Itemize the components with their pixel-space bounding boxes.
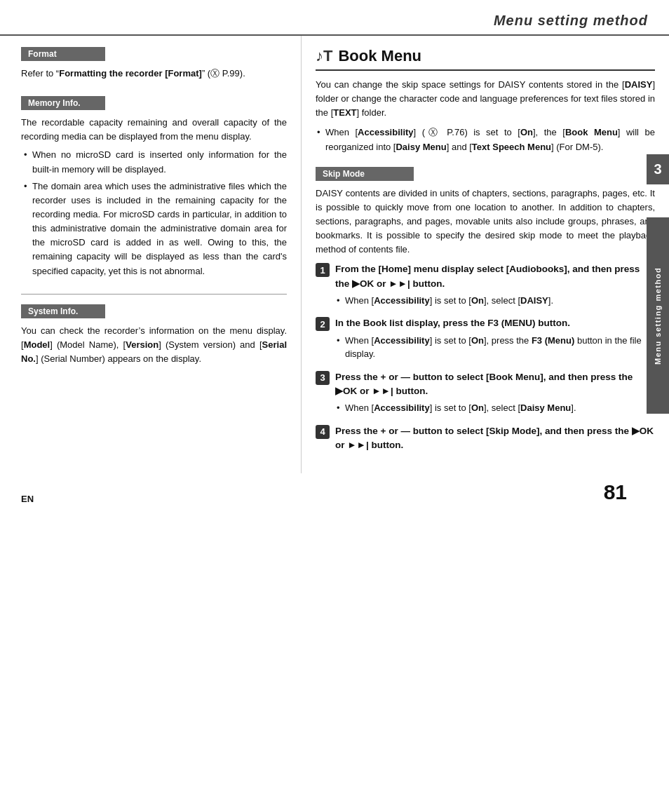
step-3-note-1: When [Accessibility] is set to [On], sel… <box>335 401 655 415</box>
sidebar-tab-text: Menu setting method <box>654 266 662 364</box>
memory-info-section: Memory Info. The recordable capacity rem… <box>21 96 287 278</box>
format-label: Format <box>21 47 287 67</box>
memory-info-bullet-2: The domain area which uses the administr… <box>21 180 287 278</box>
format-bar: Format <box>21 47 105 61</box>
book-menu-title: Book Menu <box>338 47 421 65</box>
step-1-content: From the [Home] menu display select [Aud… <box>335 262 655 309</box>
step-3-num: 3 <box>316 371 330 385</box>
memory-info-label: Memory Info. <box>21 96 287 116</box>
system-info-bar: System Info. <box>21 304 105 318</box>
divider <box>21 294 287 295</box>
step-3-content: Press the + or — button to select [Book … <box>335 370 655 417</box>
skip-mode-bar: Skip Mode <box>316 167 414 181</box>
page-title: Menu setting method <box>21 13 648 29</box>
step-3-main: Press the + or — button to select [Book … <box>335 370 655 399</box>
step-1-note-1: When [Accessibility] is set to [On], sel… <box>335 294 655 308</box>
book-menu-icon: ♪T <box>316 47 332 65</box>
step-1: 1 From the [Home] menu display select [A… <box>316 262 655 309</box>
system-info-text: You can check the recorder’s information… <box>21 324 287 366</box>
step-4-content: Press the + or — button to select [Skip … <box>335 424 655 456</box>
step-4: 4 Press the + or — button to select [Ski… <box>316 424 655 456</box>
footer-en-label: EN <box>21 494 34 504</box>
book-menu-note: When [Accessibility] (Ⓧ P.76) is set to … <box>316 126 655 154</box>
right-column: ♪T Book Menu You can change the skip spa… <box>302 36 669 473</box>
system-info-label: System Info. <box>21 304 287 324</box>
chapter-number: 3 <box>647 154 669 184</box>
memory-info-text: The recordable capacity remaining and ov… <box>21 116 287 144</box>
page-footer: EN 81 <box>0 473 669 518</box>
footer-page-number: 81 <box>604 480 627 504</box>
step-2-main: In the Book list display, press the F3 (… <box>335 316 655 330</box>
left-column: Format Refer to “Formatting the recorder… <box>0 36 302 473</box>
step-1-num: 1 <box>316 263 330 277</box>
sidebar-tab: Menu setting method <box>647 217 669 414</box>
skip-mode-text: DAISY contents are divided in units of c… <box>316 187 655 257</box>
step-4-main: Press the + or — button to select [Skip … <box>335 424 655 453</box>
step-3: 3 Press the + or — button to select [Boo… <box>316 370 655 417</box>
memory-info-bar: Memory Info. <box>21 96 105 110</box>
step-4-num: 4 <box>316 425 330 439</box>
step-1-main: From the [Home] menu display select [Aud… <box>335 262 655 291</box>
page-header: Menu setting method <box>0 0 669 36</box>
step-2-content: In the Book list display, press the F3 (… <box>335 316 655 363</box>
format-section: Format Refer to “Formatting the recorder… <box>21 47 287 81</box>
skip-mode-label: Skip Mode <box>316 158 655 187</box>
steps-container: 1 From the [Home] menu display select [A… <box>316 262 655 455</box>
book-menu-heading: ♪T Book Menu <box>316 47 655 71</box>
step-2: 2 In the Book list display, press the F3… <box>316 316 655 363</box>
memory-info-bullet-1: When no microSD card is inserted only in… <box>21 148 287 176</box>
format-text: Refer to “Formatting the recorder [Forma… <box>21 67 287 81</box>
system-info-section: System Info. You can check the recorder’… <box>21 304 287 366</box>
step-2-note-1: When [Accessibility] is set to [On], pre… <box>335 334 655 361</box>
content-area: Format Refer to “Formatting the recorder… <box>0 36 669 473</box>
page-container: Menu setting method Format Refer to “For… <box>0 0 669 812</box>
book-menu-intro: You can change the skip space settings f… <box>316 78 655 120</box>
step-2-num: 2 <box>316 317 330 331</box>
memory-info-bullets: When no microSD card is inserted only in… <box>21 148 287 278</box>
